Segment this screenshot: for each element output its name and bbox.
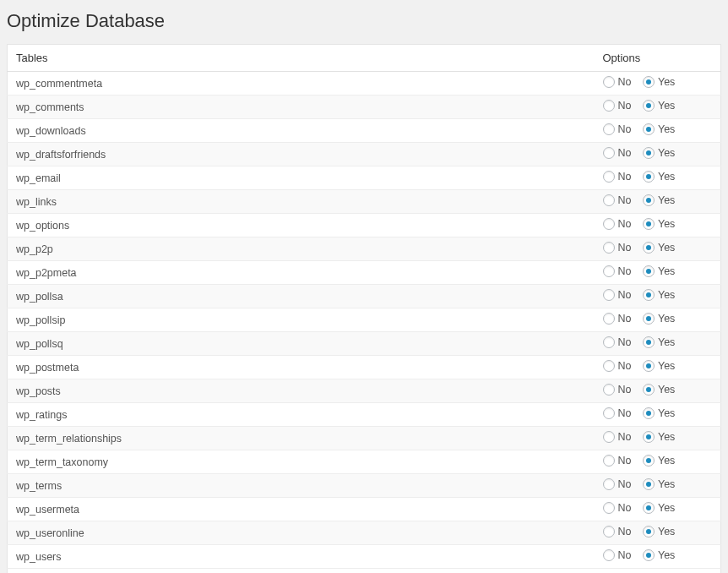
option-no-label: No [618, 431, 632, 443]
radio-no-icon [603, 242, 615, 254]
option-no[interactable]: No [603, 289, 632, 301]
option-cell: No Yes [595, 521, 721, 545]
option-no[interactable]: No [603, 147, 632, 159]
table-name: wp_downloads [8, 119, 595, 143]
option-no[interactable]: No [603, 549, 632, 561]
table-name: wp_pollsip [8, 308, 595, 332]
option-yes[interactable]: Yes [643, 100, 675, 112]
table-name: wp_draftsforfriends [8, 143, 595, 166]
radio-yes-icon [643, 147, 655, 159]
option-yes[interactable]: Yes [643, 336, 675, 348]
table-row: wp_ratings No Yes [8, 403, 721, 427]
option-no-label: No [618, 218, 632, 230]
option-no[interactable]: No [603, 526, 632, 538]
option-no[interactable]: No [603, 265, 632, 277]
table-row: wp_users No Yes [8, 545, 721, 569]
table-row: wp_comments No Yes [8, 96, 721, 119]
option-cell: No Yes [595, 72, 721, 96]
table-name: wp_comments [8, 96, 595, 119]
option-no[interactable]: No [603, 384, 632, 396]
option-no[interactable]: No [603, 100, 632, 112]
table-name: wp_usermeta [8, 498, 595, 521]
option-yes[interactable]: Yes [643, 549, 675, 561]
option-no[interactable]: No [603, 313, 632, 325]
option-cell: No Yes [595, 143, 721, 166]
option-yes[interactable]: Yes [643, 218, 675, 230]
option-no-label: No [618, 313, 632, 325]
option-no-label: No [618, 478, 632, 490]
radio-no-icon [603, 431, 615, 443]
option-cell: No Yes [595, 96, 721, 119]
table-name: wp_ratings [8, 403, 595, 427]
option-yes[interactable]: Yes [643, 76, 675, 88]
option-no-label: No [618, 147, 632, 159]
option-no[interactable]: No [603, 76, 632, 88]
option-no[interactable]: No [603, 478, 632, 490]
radio-yes-icon [643, 265, 655, 277]
option-yes[interactable]: Yes [643, 431, 675, 443]
table-row: wp_options No Yes [8, 214, 721, 237]
option-no[interactable]: No [603, 194, 632, 206]
radio-yes-icon [643, 549, 655, 561]
option-no-label: No [618, 242, 632, 254]
option-yes[interactable]: Yes [643, 242, 675, 254]
option-no[interactable]: No [603, 171, 632, 183]
option-yes[interactable]: Yes [643, 147, 675, 159]
table-name: wp_useronline [8, 521, 595, 545]
option-yes[interactable]: Yes [643, 171, 675, 183]
radio-yes-icon [643, 242, 655, 254]
option-no-label: No [618, 265, 632, 277]
table-name: wp_email [8, 166, 595, 190]
option-yes-label: Yes [658, 123, 675, 135]
option-no-label: No [618, 549, 632, 561]
option-no[interactable]: No [603, 218, 632, 230]
option-yes-label: Yes [658, 455, 675, 467]
option-yes[interactable]: Yes [643, 502, 675, 514]
table-name: wp_postmeta [8, 356, 595, 379]
option-yes[interactable]: Yes [643, 123, 675, 135]
option-yes[interactable]: Yes [643, 360, 675, 372]
option-yes-label: Yes [658, 194, 675, 206]
option-no[interactable]: No [603, 360, 632, 372]
option-cell: No Yes [595, 403, 721, 427]
option-no[interactable]: No [603, 123, 632, 135]
option-yes[interactable]: Yes [643, 455, 675, 467]
option-cell: No Yes [595, 214, 721, 237]
option-no[interactable]: No [603, 242, 632, 254]
radio-no-icon [603, 218, 615, 230]
radio-no-icon [603, 478, 615, 490]
radio-no-icon [603, 123, 615, 135]
radio-no-icon [603, 76, 615, 88]
option-no[interactable]: No [603, 431, 632, 443]
radio-no-icon [603, 289, 615, 301]
option-cell: No Yes [595, 450, 721, 474]
option-no-label: No [618, 502, 632, 514]
table-name: wp_posts [8, 379, 595, 403]
radio-yes-icon [643, 360, 655, 372]
option-yes[interactable]: Yes [643, 384, 675, 396]
option-yes[interactable]: Yes [643, 313, 675, 325]
radio-no-icon [603, 313, 615, 325]
option-yes[interactable]: Yes [643, 478, 675, 490]
table-row: wp_draftsforfriends No Yes [8, 143, 721, 166]
option-no[interactable]: No [603, 502, 632, 514]
table-row: wp_postmeta No Yes [8, 356, 721, 379]
option-no[interactable]: No [603, 407, 632, 419]
option-yes-label: Yes [658, 360, 675, 372]
option-yes[interactable]: Yes [643, 194, 675, 206]
option-yes[interactable]: Yes [643, 526, 675, 538]
option-cell: No Yes [595, 308, 721, 332]
table-name: wp_links [8, 190, 595, 214]
option-no[interactable]: No [603, 455, 632, 467]
radio-yes-icon [643, 384, 655, 396]
option-cell: No Yes [595, 545, 721, 569]
option-yes[interactable]: Yes [643, 289, 675, 301]
option-yes[interactable]: Yes [643, 407, 675, 419]
option-yes[interactable]: Yes [643, 265, 675, 277]
option-yes-label: Yes [658, 549, 675, 561]
option-no[interactable]: No [603, 336, 632, 348]
col-tables: Tables [8, 45, 595, 72]
table-row: wp_usermeta No Yes [8, 498, 721, 521]
optimize-table: Tables Options wp_commentmeta No Yes wp_… [7, 44, 721, 573]
radio-no-icon [603, 549, 615, 561]
